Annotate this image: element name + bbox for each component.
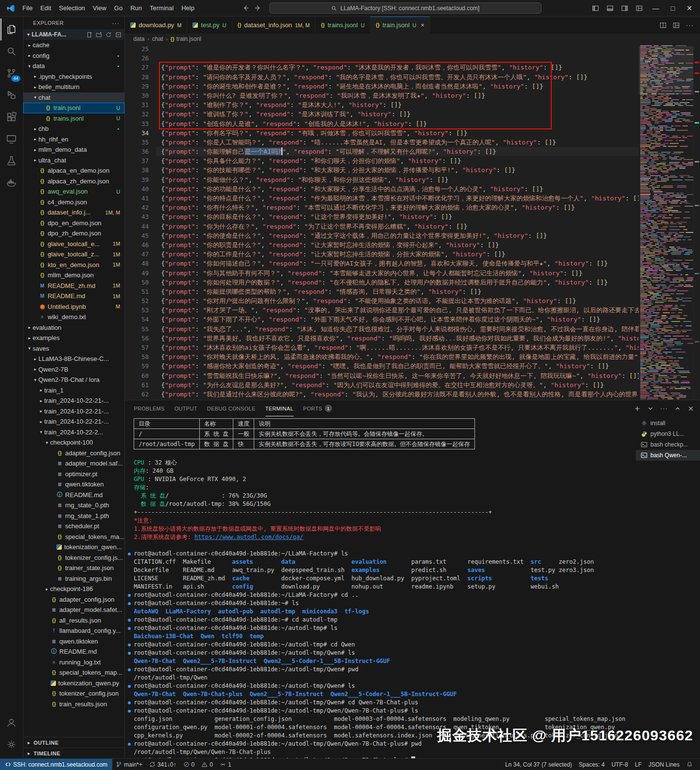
account-icon[interactable] bbox=[0, 712, 23, 734]
folder-.ipynb_checkpoints[interactable]: ▸.ipynb_checkpoints bbox=[23, 72, 124, 82]
terminal-dropdown-icon[interactable] bbox=[647, 405, 654, 412]
folder-Qwen2-7B[interactable]: ▸Qwen2-7B bbox=[23, 364, 124, 375]
menu-help[interactable]: Help bbox=[177, 3, 198, 13]
status-eol[interactable]: LF bbox=[631, 759, 645, 770]
file-tokenization_qwen.py[interactable]: tokenization_qwen.py bbox=[23, 678, 124, 689]
code-line[interactable]: {"prompt": "谁制作了你？", "respond": "是沐沐大人!"… bbox=[156, 100, 639, 109]
outline-section[interactable]: ▸ OUTLINE bbox=[23, 737, 124, 748]
breadcrumb-item-chat[interactable]: chat bbox=[152, 36, 163, 42]
file-training_args.bin[interactable]: ≣training_args.bin bbox=[23, 573, 124, 584]
folder-evaluation[interactable]: ▸evaluation bbox=[23, 322, 124, 333]
tab-dataset_info.json[interactable]: {}dataset_info.json1M, M bbox=[232, 17, 316, 34]
menu-run[interactable]: Run bbox=[126, 3, 146, 13]
menu-file[interactable]: File bbox=[18, 3, 36, 13]
panel-more-icon[interactable]: ··· bbox=[660, 405, 668, 412]
remote-explorer-icon[interactable] bbox=[0, 128, 23, 150]
panel-tab-problems[interactable]: PROBLEMS bbox=[134, 400, 165, 416]
timeline-section[interactable]: ▸ TIMELINE bbox=[23, 748, 124, 758]
file-alpaca_en_demo.json[interactable]: {}alpaca_en_demo.json bbox=[23, 165, 124, 176]
folder-LLaMA3-8B-Chinese-C...[interactable]: ▸LLaMA3-8B-Chinese-C... bbox=[23, 354, 124, 364]
code-line[interactable]: {"prompt": "你的功能是什么？", "respond": "和大家聊天… bbox=[156, 184, 639, 194]
code-line[interactable]: {"prompt": "为什么友谊总是那么美好?", "respond": "因… bbox=[156, 380, 639, 390]
menu-terminal[interactable]: Terminal bbox=[146, 3, 177, 13]
code-line[interactable]: {"prompt": "你的职责是什么？", "respond": "让大家暂时… bbox=[156, 240, 639, 250]
file-running_log.txt[interactable]: ≡running_log.txt bbox=[23, 657, 124, 668]
file-trains.jsonl[interactable]: {}trains.jsonlU bbox=[23, 113, 124, 124]
menu-selection[interactable]: Selection bbox=[55, 3, 88, 13]
back-icon[interactable] bbox=[242, 4, 249, 12]
code-line[interactable]: {"prompt": "你的工作是什么？", "respond": "让大家暂时… bbox=[156, 250, 639, 259]
file-train_results.json[interactable]: {}train_results.json bbox=[23, 699, 124, 710]
code-line[interactable]: {"prompt": "你叫什么? 是谁发明了你？", "respond": "… bbox=[156, 91, 639, 100]
newfile-icon[interactable] bbox=[86, 32, 92, 38]
explorer-more-button[interactable]: ··· bbox=[112, 19, 120, 27]
file-c4_demo.json[interactable]: {}c4_demo.json bbox=[23, 197, 124, 208]
folder-hh_rlhf_en[interactable]: ▸hh_rlhf_en bbox=[23, 134, 124, 145]
folder-train_2024-10-22-21-...[interactable]: ▸train_2024-10-22-21-... bbox=[23, 395, 124, 406]
file-llamaboard_config.y...[interactable]: !llamaboard_config.y... bbox=[23, 626, 124, 636]
terminal-link[interactable]: https://www.autodl.com/docs/qa/ bbox=[194, 534, 303, 540]
file-adapter_model.saf...[interactable]: ≣adapter_model.saf... bbox=[23, 458, 124, 469]
status-notifications[interactable] bbox=[683, 759, 696, 770]
folder-chat[interactable]: ▾chat bbox=[23, 92, 124, 103]
code-line[interactable]: {"prompt": "你对用户提出的问题有什么限制？", "respond":… bbox=[156, 296, 639, 305]
toggle-secondary-sidebar-icon[interactable] bbox=[621, 5, 628, 12]
panel-tab-ports[interactable]: PORTS1 bbox=[303, 400, 332, 416]
split-editor-icon[interactable] bbox=[660, 22, 666, 29]
folder-examples[interactable]: ▸examples bbox=[23, 333, 124, 343]
code-line[interactable]: {"prompt": "你如何描述自己？", "respond": "一只可爱的… bbox=[156, 259, 639, 268]
status-warnings[interactable]: 0 bbox=[198, 759, 216, 770]
folder-train_2024-10-22-21-...[interactable]: ▸train_2024-10-22-21-... bbox=[23, 406, 124, 417]
source-control-icon[interactable]: 44 bbox=[0, 62, 23, 84]
file-README.md[interactable]: ⓘREADME.md bbox=[23, 490, 124, 501]
folder-checkpoint-100[interactable]: ▾checkpoint-100 bbox=[23, 437, 124, 448]
code-line[interactable]: {"prompt": "你的目标是什么？", "respond": "让这个世界… bbox=[156, 212, 639, 221]
code-line[interactable]: {"prompt": "请问你的名字及开发人员？", "respond": "我… bbox=[156, 72, 639, 82]
editor[interactable]: 2526272829303132333435363738394041424344… bbox=[125, 44, 700, 400]
remote-indicator[interactable]: SSH: connect.nmb1.seetacloud.com bbox=[0, 759, 112, 770]
status-cursor-position[interactable]: Ln 34, Col 37 (7 selected) bbox=[502, 759, 575, 770]
file-tokenizer_config.js...[interactable]: {}tokenizer_config.js... bbox=[23, 553, 124, 563]
breadcrumb-item-train.jsonl[interactable]: {}train.jsonl bbox=[171, 36, 201, 42]
status-encoding[interactable]: UTF-8 bbox=[608, 759, 631, 770]
code-line[interactable]: {"prompt": "你对晚天就像天桥上的风, 温柔而急速的吹拂着我的心。",… bbox=[156, 352, 639, 361]
file-rng_state_1.pth[interactable]: ≣rng_state_1.pth bbox=[23, 511, 124, 521]
file-README.md[interactable]: ⓘREADME.md bbox=[23, 646, 124, 657]
project-root[interactable]: ▾ LLAMA-FA... bbox=[23, 29, 124, 40]
folder-saves[interactable]: ▾saves bbox=[23, 343, 124, 354]
file-adapter_config.json[interactable]: {}adapter_config.json bbox=[23, 448, 124, 459]
status-sync[interactable]: 341↓0↑ bbox=[146, 759, 180, 770]
code-line[interactable]: {"prompt": "你能做什么？", "respond": "和你聊天，和你… bbox=[156, 175, 639, 184]
folder-train_1[interactable]: ▸train_1 bbox=[23, 385, 124, 396]
code-line[interactable]: {"prompt": "外面下雨了不开心", "respond": "外面下雨天… bbox=[156, 315, 639, 324]
file-glaive_toolcall_e...[interactable]: {}glaive_toolcall_e...1M bbox=[23, 239, 124, 250]
menu-view[interactable]: View bbox=[89, 3, 110, 13]
extensions-icon[interactable] bbox=[0, 106, 23, 128]
breadcrumb-item-data[interactable]: data bbox=[133, 36, 144, 42]
status-language-mode[interactable]: JSON Lines bbox=[645, 759, 683, 770]
file-README_zh.md[interactable]: MREADME_zh.md1M bbox=[23, 281, 124, 291]
file-tokenizer_config.json[interactable]: {}tokenizer_config.json bbox=[23, 688, 124, 699]
run-debug-icon[interactable] bbox=[0, 84, 23, 106]
code-line[interactable]: {"prompt": "我失恋了...", "respond": "沐沐, 知道… bbox=[156, 324, 639, 334]
code-line[interactable]: {"prompt": "你有名字吗？", "respond": "有哦，叫做沐雪… bbox=[156, 128, 639, 138]
forward-icon[interactable] bbox=[254, 4, 262, 12]
code-line[interactable]: {"prompt": "你为什么存在？", "respond": "为了让这个世… bbox=[156, 222, 639, 231]
file-dpo_en_demo.json[interactable]: {}dpo_en_demo.json bbox=[23, 218, 124, 229]
minimap-slider[interactable] bbox=[639, 46, 693, 95]
file-mllm_demo.json[interactable]: {}mllm_demo.json bbox=[23, 270, 124, 281]
file-tokenization_qwen...[interactable]: tokenization_qwen... bbox=[23, 542, 124, 553]
folder-mllm_demo_data[interactable]: ▸mllm_demo_data bbox=[23, 144, 124, 155]
newfolder-icon[interactable] bbox=[96, 32, 102, 38]
file-README.md[interactable]: MREADME.md1M bbox=[23, 291, 124, 302]
testing-icon[interactable] bbox=[0, 150, 23, 172]
terminal-tab-python3-LL-[interactable]: python3 LL... bbox=[636, 429, 700, 439]
code-line[interactable]: {"prompt": "你如何处理用户的数据？", "respond": "在不… bbox=[156, 278, 639, 287]
code-line[interactable]: {"prompt": "雪雪能祝我生日快乐嘛?", "respond": "当然… bbox=[156, 371, 639, 380]
menu-go[interactable]: Go bbox=[110, 3, 126, 13]
folder-ultra_chat[interactable]: ▸ultra_chat bbox=[23, 155, 124, 166]
toggle-sidebar-icon[interactable] bbox=[592, 5, 599, 12]
folder-Qwen2-7B-Chat-lora[interactable]: ▾Qwen2-7B-Chat / lora bbox=[23, 375, 124, 385]
refresh-icon[interactable] bbox=[105, 32, 112, 38]
code-line[interactable]: {"prompt": "你的特点是什么？", "respond": "作为最聪明… bbox=[156, 194, 639, 203]
